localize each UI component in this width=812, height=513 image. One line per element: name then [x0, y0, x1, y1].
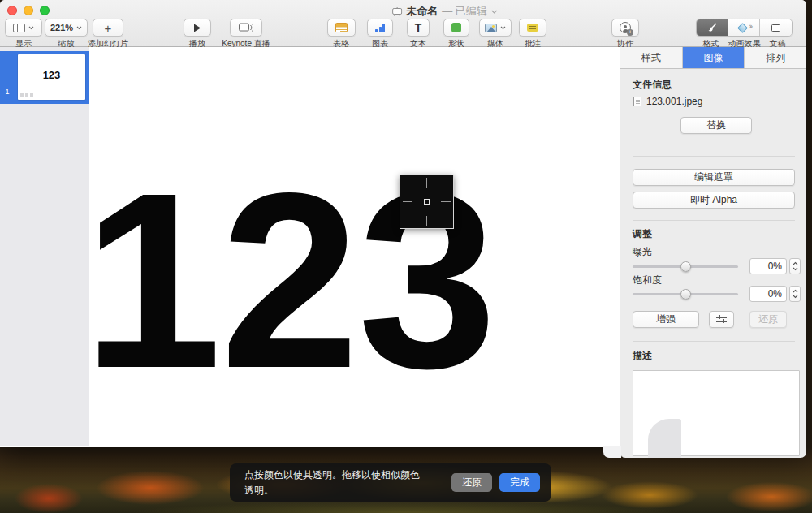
- toast-message: 点按颜色以使其透明。拖移以使相似颜色透明。: [244, 468, 420, 498]
- file-name: 123.001.jpeg: [646, 96, 702, 107]
- plus-icon: +: [105, 22, 112, 34]
- window-bottom-tab: [603, 446, 621, 458]
- slide-thumbnail[interactable]: 123: [18, 54, 85, 100]
- inspector-tabs: 样式 图像 排列: [620, 47, 806, 69]
- exposure-stepper[interactable]: [789, 258, 801, 274]
- zoom-value: 221%: [50, 23, 73, 32]
- slide-number: 1: [0, 88, 15, 96]
- replace-button[interactable]: 替换: [680, 117, 752, 134]
- stepper-up-icon: [793, 289, 798, 293]
- text-icon: T: [415, 22, 422, 33]
- crosshair-tick-right: [441, 201, 451, 202]
- chevron-down-icon: [76, 26, 82, 30]
- exposure-slider-thumb[interactable]: [680, 261, 691, 272]
- play-button[interactable]: 播放: [184, 19, 211, 50]
- table-icon: [335, 23, 348, 32]
- play-icon: [193, 24, 201, 32]
- format-inspector: 样式 图像 排列 文件信息 123.001.jpeg 替换 编辑遮罩 即时 Al…: [620, 47, 806, 458]
- inspector-segment-group: 格式 动画效果 文稿: [694, 19, 794, 50]
- chart-button[interactable]: 图表: [364, 19, 396, 50]
- keynote-window: 未命名 — 已编辑 显示 221% 缩放 + 添加幻灯片: [0, 0, 806, 447]
- divider: [633, 220, 795, 221]
- stepper-up-icon: [793, 261, 798, 265]
- enhance-button[interactable]: 增强: [633, 311, 699, 328]
- chevron-down-icon: [500, 26, 506, 30]
- add-slide-button[interactable]: + 添加幻灯片: [84, 19, 132, 50]
- animate-diamond-icon: [738, 23, 749, 32]
- slide-thumbnail-dots: [20, 93, 33, 97]
- slide-thumbnail-text: 123: [18, 69, 85, 81]
- slide-navigator: 123 1: [0, 47, 89, 446]
- minimize-window-button[interactable]: [24, 6, 33, 15]
- animate-button[interactable]: [728, 19, 760, 36]
- crosshair-center-square: [424, 199, 430, 205]
- shape-button[interactable]: 形状: [440, 19, 473, 50]
- divider: [633, 156, 795, 157]
- collaborate-icon: [620, 22, 631, 33]
- format-button[interactable]: [697, 19, 728, 36]
- media-button[interactable]: 媒体: [477, 19, 514, 50]
- exposure-label: 曝光: [633, 245, 652, 259]
- comment-button[interactable]: 批注: [516, 19, 549, 50]
- crosshair-tick-left: [403, 201, 412, 202]
- chevron-down-icon: [28, 26, 34, 30]
- saturation-stepper[interactable]: [789, 286, 801, 302]
- description-heading: 描述: [633, 349, 652, 363]
- toast-done-button[interactable]: 完成: [499, 473, 540, 492]
- titlebar-toolbar: 未命名 — 已编辑 显示 221% 缩放 + 添加幻灯片: [0, 0, 806, 47]
- saturation-slider[interactable]: [633, 293, 738, 295]
- exposure-value-field[interactable]: 0%: [749, 258, 787, 274]
- view-button[interactable]: 显示: [5, 19, 42, 50]
- instant-alpha-toast: 点按颜色以使其透明。拖移以使相似颜色透明。 还原 完成: [230, 463, 551, 502]
- adjust-levels-button[interactable]: [709, 311, 734, 328]
- reset-adjustments-button[interactable]: 还原: [749, 311, 787, 328]
- view-pane-icon: [13, 24, 25, 32]
- instant-alpha-picker[interactable]: [400, 175, 454, 229]
- stepper-down-icon: [793, 295, 798, 299]
- text-button[interactable]: T 文本: [402, 19, 434, 50]
- levels-icon: [716, 315, 727, 324]
- toast-reset-button[interactable]: 还原: [451, 473, 492, 492]
- title-chevron-down-icon[interactable]: [491, 10, 498, 14]
- tab-arrange[interactable]: 排列: [745, 47, 806, 68]
- edit-mask-button[interactable]: 编辑遮罩: [633, 169, 795, 186]
- keynote-live-button[interactable]: Keynote 直播: [221, 19, 271, 50]
- table-button[interactable]: 表格: [325, 19, 357, 50]
- zoom-window-button[interactable]: [40, 6, 50, 15]
- shape-icon: [451, 23, 461, 32]
- tab-image[interactable]: 图像: [683, 47, 745, 68]
- file-info-row: 123.001.jpeg: [633, 96, 702, 107]
- window-title: 未命名 — 已编辑: [391, 4, 498, 19]
- crosshair-tick-bottom: [426, 216, 427, 226]
- media-icon: [485, 24, 497, 32]
- document-title: 未命名: [406, 4, 438, 19]
- file-info-heading: 文件信息: [633, 78, 672, 92]
- decorative-gray-shape: [648, 419, 681, 458]
- document-button[interactable]: [760, 19, 792, 36]
- crosshair-tick-top: [426, 178, 427, 188]
- slide-canvas[interactable]: 123: [89, 47, 620, 447]
- saturation-value-field[interactable]: 0%: [749, 286, 787, 302]
- saturation-slider-thumb[interactable]: [680, 289, 691, 300]
- saturation-label: 饱和度: [633, 274, 662, 287]
- chart-icon: [375, 24, 385, 32]
- zoom-dropdown[interactable]: 221% 缩放: [45, 19, 88, 50]
- adjust-heading: 调整: [633, 227, 652, 241]
- file-icon: [633, 97, 641, 106]
- close-window-button[interactable]: [7, 6, 17, 15]
- divider: [633, 341, 795, 342]
- tab-style[interactable]: 样式: [620, 47, 683, 68]
- stepper-down-icon: [793, 267, 798, 271]
- exposure-slider[interactable]: [633, 265, 738, 268]
- keynote-live-icon: [239, 23, 253, 32]
- instant-alpha-button[interactable]: 即时 Alpha: [633, 192, 795, 209]
- format-brush-icon: [707, 23, 718, 33]
- document-proxy-icon: [391, 7, 402, 16]
- collaborate-button[interactable]: 协作: [609, 19, 641, 50]
- comment-icon: [527, 24, 538, 32]
- document-icon: [771, 24, 780, 32]
- document-edit-state: — 已编辑: [442, 4, 487, 19]
